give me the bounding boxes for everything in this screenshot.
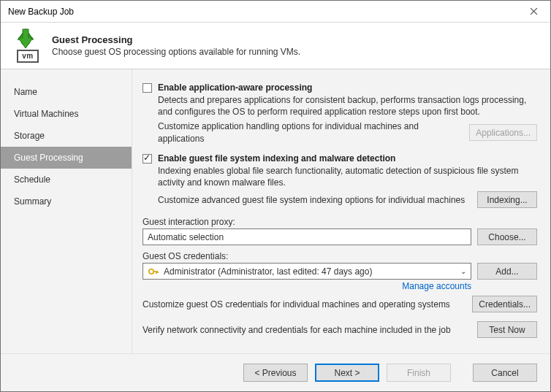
- wizard-body: Name Virtual Machines Storage Guest Proc…: [1, 69, 550, 353]
- step-description: Choose guest OS processing options avail…: [52, 47, 300, 58]
- indexing-customize-label: Customize advanced guest file system ind…: [158, 194, 477, 206]
- window-title: New Backup Job: [8, 7, 517, 17]
- sidebar-item-name[interactable]: Name: [1, 81, 132, 103]
- sidebar-item-virtual-machines[interactable]: Virtual Machines: [1, 103, 132, 125]
- credentials-section: Guest OS credentials: Administrator (Adm…: [142, 251, 537, 291]
- option-indexing: Enable guest file system indexing and ma…: [142, 153, 537, 208]
- credentials-customize-text: Customize guest OS credentials for indiv…: [142, 299, 472, 310]
- wizard-footer: < Previous Next > Finish Cancel: [1, 353, 550, 391]
- test-now-button[interactable]: Test Now: [477, 321, 537, 338]
- credentials-add-button[interactable]: Add...: [477, 263, 537, 280]
- credentials-button[interactable]: Credentials...: [472, 296, 537, 312]
- wizard-header: vm Guest Processing Choose guest OS proc…: [1, 23, 550, 69]
- proxy-section: Guest interaction proxy: Automatic selec…: [142, 217, 537, 245]
- titlebar: New Backup Job: [1, 1, 550, 23]
- chevron-down-icon: ⌄: [459, 267, 468, 275]
- cancel-button[interactable]: Cancel: [473, 364, 537, 382]
- wizard-sidebar: Name Virtual Machines Storage Guest Proc…: [1, 69, 132, 353]
- close-icon: [530, 7, 538, 15]
- checkbox-app-aware[interactable]: [142, 83, 152, 93]
- sidebar-item-schedule[interactable]: Schedule: [1, 169, 132, 191]
- credentials-value: Administrator (Administrator, last edite…: [164, 266, 372, 277]
- previous-button[interactable]: < Previous: [243, 364, 308, 382]
- verify-text: Verify network connectivity and credenti…: [142, 325, 477, 335]
- indexing-button[interactable]: Indexing...: [477, 191, 537, 208]
- finish-button[interactable]: Finish: [387, 364, 451, 382]
- next-button[interactable]: Next >: [315, 364, 379, 382]
- sidebar-item-guest-processing[interactable]: Guest Processing: [1, 147, 132, 169]
- indexing-description: Indexing enables global file search func…: [158, 165, 537, 188]
- option-app-aware: Enable application-aware processing Dete…: [142, 82, 537, 145]
- manage-accounts-link[interactable]: Manage accounts: [402, 281, 471, 291]
- proxy-field[interactable]: Automatic selection: [142, 228, 471, 245]
- proxy-value: Automatic selection: [148, 232, 224, 242]
- proxy-label: Guest interaction proxy:: [142, 217, 537, 227]
- sidebar-item-storage[interactable]: Storage: [1, 125, 132, 147]
- step-title: Guest Processing: [52, 34, 300, 47]
- checkbox-indexing[interactable]: [142, 154, 152, 164]
- checkbox-app-aware-label: Enable application-aware processing: [158, 82, 312, 93]
- wizard-content: Enable application-aware processing Dete…: [132, 69, 550, 353]
- credentials-select[interactable]: Administrator (Administrator, last edite…: [142, 263, 471, 280]
- test-row: Verify network connectivity and credenti…: [142, 321, 537, 338]
- app-aware-description: Detects and prepares applications for co…: [158, 94, 537, 118]
- key-icon: [148, 266, 159, 277]
- wizard-window: New Backup Job vm Guest Processing Choos…: [0, 0, 551, 392]
- close-button[interactable]: [517, 1, 550, 22]
- applications-button[interactable]: Applications...: [469, 124, 537, 141]
- credentials-customize-row: Customize guest OS credentials for indiv…: [142, 296, 537, 312]
- credentials-label: Guest OS credentials:: [142, 251, 537, 261]
- download-arrow-icon: [14, 28, 37, 51]
- svg-point-0: [149, 269, 153, 273]
- checkbox-indexing-label: Enable guest file system indexing and ma…: [158, 153, 395, 164]
- sidebar-item-summary[interactable]: Summary: [1, 191, 132, 212]
- proxy-choose-button[interactable]: Choose...: [477, 228, 537, 245]
- wizard-step-icon: vm: [8, 29, 43, 64]
- app-aware-customize-label: Customize application handling options f…: [158, 120, 469, 144]
- vm-badge: vm: [17, 50, 39, 63]
